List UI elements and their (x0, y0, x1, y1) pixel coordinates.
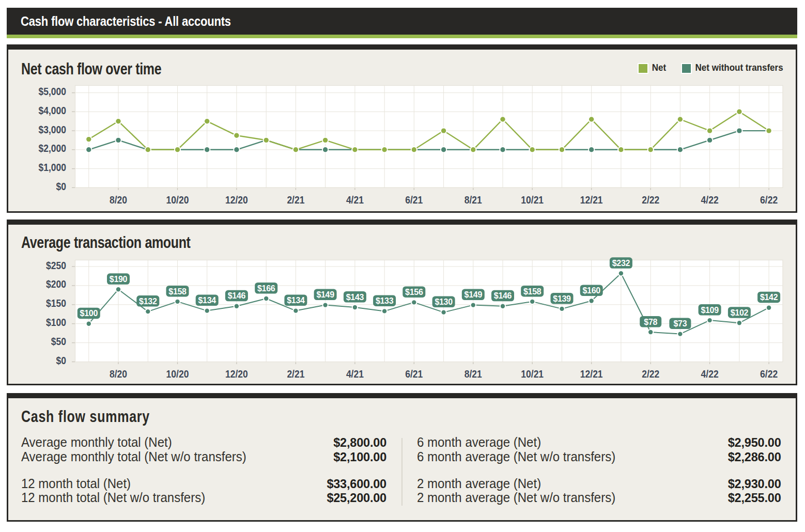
svg-text:8/21: 8/21 (465, 194, 482, 206)
svg-text:$160: $160 (582, 286, 600, 295)
svg-text:2/22: 2/22 (642, 368, 659, 379)
svg-text:8/20: 8/20 (110, 194, 127, 206)
svg-text:4/22: 4/22 (701, 194, 719, 206)
svg-text:$150: $150 (46, 298, 66, 309)
svg-text:4/21: 4/21 (346, 368, 364, 379)
svg-text:$190: $190 (110, 275, 128, 284)
svg-text:$4,000: $4,000 (39, 105, 66, 116)
svg-text:$200: $200 (46, 278, 66, 290)
svg-text:$139: $139 (553, 294, 571, 303)
svg-text:12/21: 12/21 (580, 368, 603, 379)
svg-text:$146: $146 (494, 291, 512, 300)
svg-text:$158: $158 (523, 287, 541, 296)
svg-text:12/21: 12/21 (580, 194, 603, 206)
svg-text:$143: $143 (346, 293, 364, 302)
svg-text:$109: $109 (701, 306, 719, 315)
svg-text:$149: $149 (465, 290, 483, 299)
svg-text:$146: $146 (228, 291, 246, 300)
svg-text:$133: $133 (376, 296, 394, 305)
svg-text:$134: $134 (198, 296, 216, 305)
svg-text:$100: $100 (80, 309, 98, 318)
svg-text:$149: $149 (316, 290, 334, 299)
svg-text:$156: $156 (405, 288, 423, 296)
svg-text:$0: $0 (56, 355, 66, 366)
svg-text:4/22: 4/22 (701, 368, 719, 379)
svg-text:$166: $166 (257, 284, 275, 293)
svg-text:6/22: 6/22 (760, 194, 778, 206)
svg-text:$0: $0 (56, 181, 66, 192)
svg-text:$158: $158 (168, 287, 187, 296)
svg-text:10/21: 10/21 (521, 368, 544, 379)
svg-text:6/22: 6/22 (760, 368, 778, 379)
svg-text:$102: $102 (731, 308, 749, 317)
svg-text:8/21: 8/21 (465, 368, 482, 379)
svg-text:2/21: 2/21 (287, 368, 304, 379)
svg-text:2/22: 2/22 (642, 194, 659, 206)
svg-text:$132: $132 (139, 297, 157, 306)
svg-text:4/21: 4/21 (346, 194, 364, 206)
svg-text:$100: $100 (46, 317, 66, 328)
svg-text:$50: $50 (51, 336, 66, 347)
svg-text:$1,000: $1,000 (39, 162, 66, 173)
svg-text:$232: $232 (612, 259, 630, 268)
svg-text:8/20: 8/20 (110, 368, 127, 379)
svg-text:$2,000: $2,000 (39, 143, 66, 154)
svg-text:6/21: 6/21 (405, 368, 423, 379)
svg-text:12/20: 12/20 (225, 368, 248, 379)
svg-text:$78: $78 (644, 318, 657, 326)
svg-text:$5,000: $5,000 (39, 86, 66, 97)
svg-text:12/20: 12/20 (225, 194, 248, 206)
svg-text:6/21: 6/21 (405, 194, 423, 206)
svg-text:2/21: 2/21 (287, 194, 304, 206)
svg-text:10/21: 10/21 (521, 194, 544, 206)
svg-text:$250: $250 (46, 259, 66, 271)
svg-text:10/20: 10/20 (166, 194, 189, 206)
svg-text:$130: $130 (435, 298, 453, 306)
svg-text:$73: $73 (674, 319, 687, 328)
svg-text:10/20: 10/20 (166, 368, 189, 379)
svg-text:$134: $134 (287, 296, 305, 305)
svg-text:$3,000: $3,000 (39, 123, 66, 135)
svg-text:$142: $142 (760, 293, 778, 302)
